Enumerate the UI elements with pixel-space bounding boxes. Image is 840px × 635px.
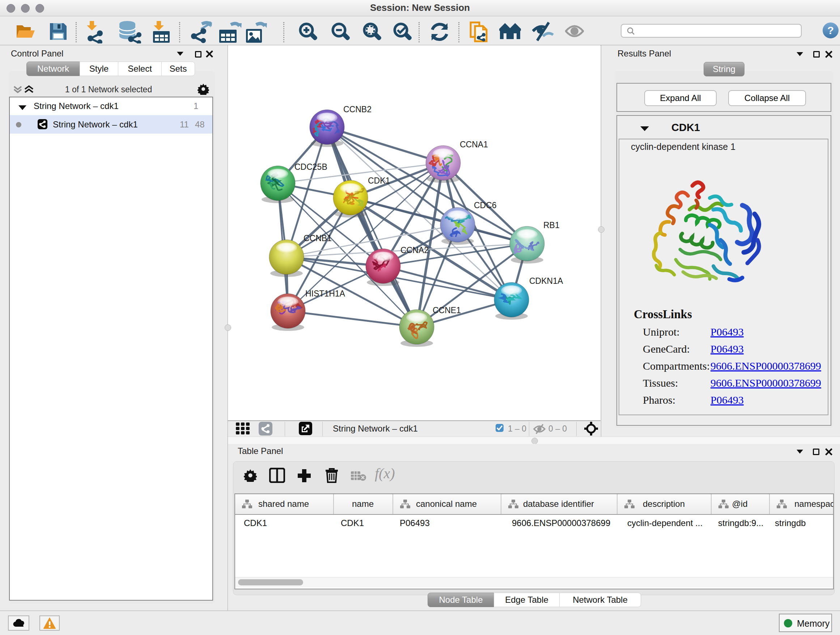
svg-text:CDK1: CDK1: [368, 176, 390, 185]
svg-text:RB1: RB1: [543, 220, 560, 230]
svg-text:CCNB2: CCNB2: [343, 105, 371, 114]
svg-text:CDC6: CDC6: [474, 201, 497, 210]
svg-text:CCNA1: CCNA1: [460, 140, 488, 149]
svg-text:HIST1H1A: HIST1H1A: [305, 289, 346, 298]
svg-text:CDC25B: CDC25B: [294, 162, 327, 172]
svg-text:CCNB1: CCNB1: [303, 233, 332, 243]
svg-text:CCNA2: CCNA2: [401, 245, 429, 255]
svg-text:CDKN1A: CDKN1A: [529, 276, 563, 286]
svg-text:CCNE1: CCNE1: [433, 306, 461, 315]
